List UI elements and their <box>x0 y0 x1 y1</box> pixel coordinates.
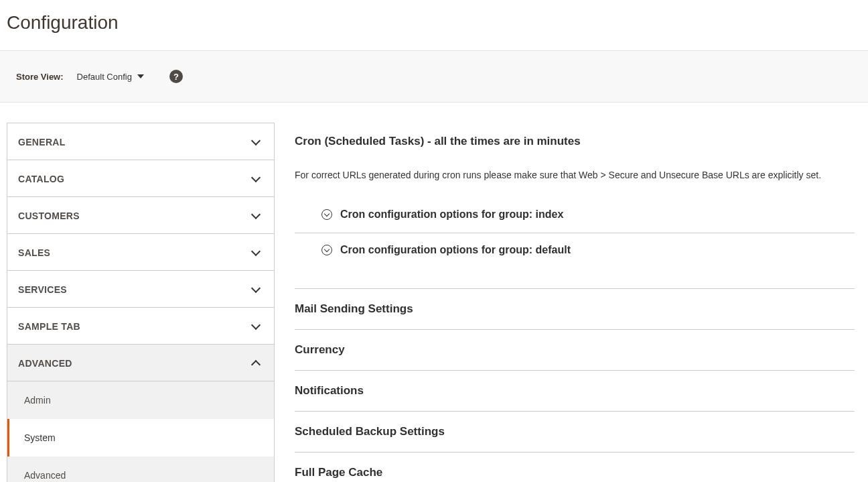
page-title: Configuration <box>0 0 868 50</box>
cron-group-label: Cron configuration options for group: de… <box>340 244 571 256</box>
subtab-system[interactable]: System <box>7 419 274 457</box>
tab-label: GENERAL <box>18 137 66 147</box>
tab-advanced[interactable]: ADVANCED <box>7 344 275 381</box>
tab-label: CATALOG <box>18 174 64 184</box>
section-currency[interactable]: Currency <box>295 329 855 370</box>
chevron-down-icon <box>251 210 261 219</box>
dropdown-caret-icon[interactable] <box>137 74 144 78</box>
tab-sample-tab[interactable]: SAMPLE TAB <box>7 307 275 345</box>
expand-circle-icon <box>321 245 332 255</box>
chevron-down-icon <box>251 247 261 256</box>
tab-label: SAMPLE TAB <box>18 321 80 332</box>
tab-catalog[interactable]: CATALOG <box>7 160 275 197</box>
section-mail-settings[interactable]: Mail Sending Settings <box>295 288 855 329</box>
chevron-down-icon <box>251 136 261 145</box>
chevron-down-icon <box>251 173 261 182</box>
tab-general[interactable]: GENERAL <box>7 123 275 160</box>
chevron-up-icon <box>251 360 261 369</box>
cron-group-label: Cron configuration options for group: in… <box>340 208 563 221</box>
expand-circle-icon <box>321 209 332 220</box>
tab-sales[interactable]: SALES <box>7 233 275 271</box>
config-main: Cron (Scheduled Tasks) - all the times a… <box>295 123 861 482</box>
section-scheduled-backup[interactable]: Scheduled Backup Settings <box>295 411 855 452</box>
cron-group-default[interactable]: Cron configuration options for group: de… <box>295 233 855 268</box>
section-cron-note: For correct URLs generated during cron r… <box>295 170 855 180</box>
chevron-down-icon <box>251 320 261 330</box>
subtab-admin[interactable]: Admin <box>7 381 274 419</box>
help-icon[interactable]: ? <box>169 70 183 83</box>
section-cron-head[interactable]: Cron (Scheduled Tasks) - all the times a… <box>295 123 855 155</box>
section-notifications[interactable]: Notifications <box>295 370 855 411</box>
subtab-advanced[interactable]: Advanced <box>7 457 274 482</box>
section-full-page-cache[interactable]: Full Page Cache <box>295 452 855 482</box>
tab-services[interactable]: SERVICES <box>7 270 275 308</box>
cron-group-index[interactable]: Cron configuration options for group: in… <box>295 198 855 233</box>
store-view-label: Store View: <box>16 72 64 82</box>
advanced-subtabs: Admin System Advanced <box>7 381 275 482</box>
tab-label: SALES <box>18 247 50 258</box>
chevron-down-icon <box>251 284 261 293</box>
tab-label: ADVANCED <box>18 358 72 369</box>
store-switcher-bar: Store View: Default Config ? <box>0 50 868 103</box>
store-view-selector[interactable]: Default Config <box>77 72 132 82</box>
tab-label: CUSTOMERS <box>18 210 80 221</box>
tab-label: SERVICES <box>18 284 67 295</box>
config-sidebar: GENERAL CATALOG CUSTOMERS SALES SERVICES… <box>7 123 275 482</box>
tab-customers[interactable]: CUSTOMERS <box>7 196 275 234</box>
